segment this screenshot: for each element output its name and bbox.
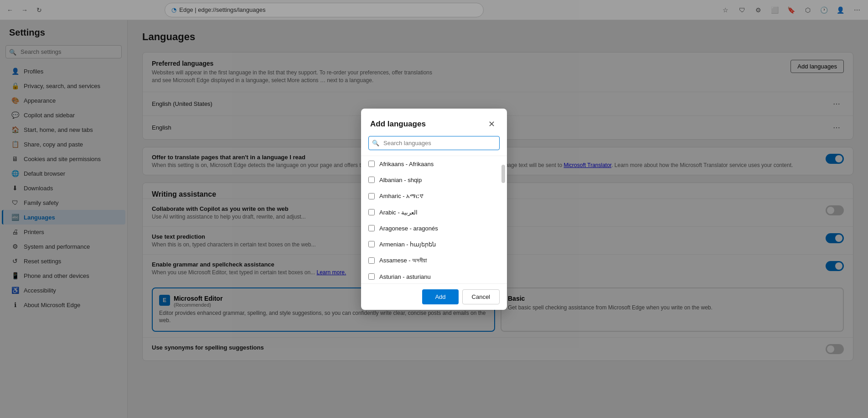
lang-list-item-afrikaans[interactable]: Afrikaans - Afrikaans <box>361 156 507 172</box>
modal-search-icon: 🔍 <box>372 140 379 146</box>
lang-label-amharic: Amharic - አማርኛ <box>379 193 424 200</box>
lang-checkbox-amharic[interactable] <box>368 193 375 199</box>
lang-list-wrapper: Afrikaans - AfrikaansAlbanian - shqipAmh… <box>361 156 507 283</box>
modal-header: Add languages ✕ <box>361 109 507 136</box>
lang-list-item-arabic[interactable]: Arabic - العربية <box>361 204 507 220</box>
modal-cancel-button[interactable]: Cancel <box>462 289 500 304</box>
lang-checkbox-afrikaans[interactable] <box>368 161 375 167</box>
modal-overlay[interactable]: Add languages ✕ 🔍 Afrikaans - AfrikaansA… <box>0 0 868 418</box>
lang-list-item-albanian[interactable]: Albanian - shqip <box>361 172 507 188</box>
modal-add-button[interactable]: Add <box>422 289 458 304</box>
modal-lang-list: Afrikaans - AfrikaansAlbanian - shqipAmh… <box>361 156 507 283</box>
lang-list-item-amharic[interactable]: Amharic - አማርኛ <box>361 188 507 204</box>
modal-search-input[interactable] <box>368 136 500 150</box>
lang-checkbox-asturian[interactable] <box>368 273 375 280</box>
lang-label-afrikaans: Afrikaans - Afrikaans <box>379 161 434 167</box>
lang-label-arabic: Arabic - العربية <box>379 209 418 216</box>
modal-title: Add languages <box>370 120 426 129</box>
lang-checkbox-albanian[interactable] <box>368 177 375 183</box>
modal-search-inner: 🔍 <box>368 136 500 150</box>
lang-list-item-armenian[interactable]: Armenian - հայերեն <box>361 236 507 252</box>
modal-search: 🔍 <box>361 136 507 156</box>
lang-label-assamese: Assamese - অসমীয়া <box>379 257 427 264</box>
lang-label-armenian: Armenian - հայերեն <box>379 241 436 248</box>
lang-label-aragonese: Aragonese - aragonés <box>379 225 438 232</box>
lang-label-albanian: Albanian - shqip <box>379 177 422 183</box>
lang-checkbox-armenian[interactable] <box>368 241 375 247</box>
lang-list-item-asturian[interactable]: Asturian - asturianu <box>361 269 507 283</box>
modal-close-button[interactable]: ✕ <box>485 118 498 131</box>
lang-list-item-assamese[interactable]: Assamese - অসমীয়া <box>361 252 507 269</box>
lang-checkbox-assamese[interactable] <box>368 257 375 264</box>
scrollbar-hint <box>501 165 505 183</box>
lang-checkbox-aragonese[interactable] <box>368 225 375 231</box>
lang-label-asturian: Asturian - asturianu <box>379 273 431 280</box>
lang-list-item-aragonese[interactable]: Aragonese - aragonés <box>361 220 507 236</box>
add-languages-modal: Add languages ✕ 🔍 Afrikaans - AfrikaansA… <box>361 109 507 310</box>
modal-footer: Add Cancel <box>361 283 507 310</box>
lang-checkbox-arabic[interactable] <box>368 209 375 215</box>
